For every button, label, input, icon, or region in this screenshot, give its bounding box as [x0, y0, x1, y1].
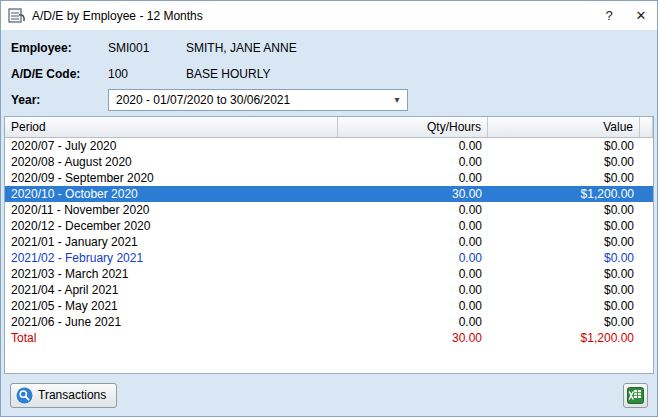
total-value: $1,200.00 [488, 330, 640, 346]
period-cell: 2021/06 - June 2021 [5, 314, 338, 330]
dialog-window: A/D/E by Employee - 12 Months ? ✕ Employ… [0, 0, 658, 417]
qty-cell: 0.00 [338, 154, 488, 170]
year-label: Year: [11, 93, 108, 107]
ade-code-row: A/D/E Code: 100 BASE HOURLY [11, 64, 647, 84]
ade-code: 100 [108, 67, 186, 81]
qty-cell: 0.00 [338, 202, 488, 218]
chevron-down-icon: ▾ [390, 95, 404, 105]
table-row[interactable]: 2021/06 - June 20210.00$0.00 [5, 314, 653, 330]
table-total-row: Total 30.00 $1,200.00 [5, 330, 653, 346]
qty-cell: 0.00 [338, 138, 488, 154]
qty-cell: 0.00 [338, 266, 488, 282]
value-cell: $0.00 [488, 170, 640, 186]
row-spacer [640, 266, 653, 282]
qty-cell: 0.00 [338, 170, 488, 186]
transactions-button[interactable]: Transactions [10, 383, 117, 408]
period-cell: 2020/08 - August 2020 [5, 154, 338, 170]
row-spacer [640, 186, 653, 202]
row-spacer [640, 154, 653, 170]
employee-label: Employee: [11, 41, 108, 55]
header-panel: Employee: SMI001 SMITH, JANE ANNE A/D/E … [1, 30, 657, 116]
row-spacer [640, 250, 653, 266]
employee-row: Employee: SMI001 SMITH, JANE ANNE [11, 38, 647, 58]
grid-header: Period Qty/Hours Value [5, 117, 653, 138]
row-spacer [640, 330, 653, 346]
value-cell: $0.00 [488, 218, 640, 234]
row-spacer [640, 314, 653, 330]
excel-icon [627, 387, 644, 404]
qty-cell: 0.00 [338, 282, 488, 298]
export-excel-button[interactable] [623, 383, 648, 408]
ade-code-label: A/D/E Code: [11, 67, 108, 81]
periods-grid: Period Qty/Hours Value 2020/07 - July 20… [4, 116, 654, 374]
window-title: A/D/E by Employee - 12 Months [32, 9, 593, 23]
row-spacer [640, 298, 653, 314]
row-spacer [640, 282, 653, 298]
row-spacer [640, 138, 653, 154]
value-cell: $0.00 [488, 282, 640, 298]
period-cell: 2020/12 - December 2020 [5, 218, 338, 234]
table-row[interactable]: 2020/11 - November 20200.00$0.00 [5, 202, 653, 218]
period-cell: 2020/11 - November 2020 [5, 202, 338, 218]
period-cell: 2021/02 - February 2021 [5, 250, 338, 266]
period-cell: 2020/07 - July 2020 [5, 138, 338, 154]
value-cell: $0.00 [488, 298, 640, 314]
grid-empty-area [5, 346, 653, 373]
value-cell: $1,200.00 [488, 186, 640, 202]
table-row[interactable]: 2020/08 - August 20200.00$0.00 [5, 154, 653, 170]
value-cell: $0.00 [488, 234, 640, 250]
period-cell: 2021/01 - January 2021 [5, 234, 338, 250]
table-row[interactable]: 2021/03 - March 20210.00$0.00 [5, 266, 653, 282]
transactions-button-label: Transactions [38, 388, 106, 402]
value-cell: $0.00 [488, 314, 640, 330]
table-row[interactable]: 2020/07 - July 20200.00$0.00 [5, 138, 653, 154]
app-icon [8, 7, 26, 24]
value-cell: $0.00 [488, 154, 640, 170]
value-cell: $0.00 [488, 266, 640, 282]
qty-cell: 0.00 [338, 250, 488, 266]
table-row[interactable]: 2020/12 - December 20200.00$0.00 [5, 218, 653, 234]
row-spacer [640, 234, 653, 250]
column-header-period[interactable]: Period [5, 117, 338, 137]
qty-cell: 0.00 [338, 218, 488, 234]
value-cell: $0.00 [488, 138, 640, 154]
employee-name: SMITH, JANE ANNE [186, 41, 297, 55]
title-bar: A/D/E by Employee - 12 Months ? ✕ [1, 1, 657, 30]
header-spacer [640, 117, 653, 137]
grid-body: 2020/07 - July 20200.00$0.002020/08 - Au… [5, 138, 653, 330]
period-cell: 2020/10 - October 2020 [5, 186, 338, 202]
year-row: Year: 2020 - 01/07/2020 to 30/06/2021 ▾ [11, 90, 647, 110]
table-row[interactable]: 2021/02 - February 20210.00$0.00 [5, 250, 653, 266]
qty-cell: 0.00 [338, 234, 488, 250]
year-select[interactable]: 2020 - 01/07/2020 to 30/06/2021 ▾ [108, 89, 408, 111]
total-qty: 30.00 [338, 330, 488, 346]
year-select-value: 2020 - 01/07/2020 to 30/06/2021 [116, 93, 390, 107]
period-cell: 2020/09 - September 2020 [5, 170, 338, 186]
table-row[interactable]: 2020/10 - October 202030.00$1,200.00 [5, 186, 653, 202]
period-cell: 2021/03 - March 2021 [5, 266, 338, 282]
employee-code: SMI001 [108, 41, 186, 55]
value-cell: $0.00 [488, 202, 640, 218]
column-header-qty[interactable]: Qty/Hours [338, 117, 488, 137]
table-row[interactable]: 2021/01 - January 20210.00$0.00 [5, 234, 653, 250]
row-spacer [640, 202, 653, 218]
ade-name: BASE HOURLY [186, 67, 270, 81]
column-header-value[interactable]: Value [488, 117, 640, 137]
footer-bar: Transactions [1, 374, 657, 416]
close-button[interactable]: ✕ [625, 1, 657, 30]
magnifier-icon [16, 387, 33, 404]
qty-cell: 0.00 [338, 314, 488, 330]
period-cell: 2021/04 - April 2021 [5, 282, 338, 298]
period-cell: 2021/05 - May 2021 [5, 298, 338, 314]
row-spacer [640, 170, 653, 186]
qty-cell: 0.00 [338, 298, 488, 314]
table-row[interactable]: 2020/09 - September 20200.00$0.00 [5, 170, 653, 186]
value-cell: $0.00 [488, 250, 640, 266]
row-spacer [640, 218, 653, 234]
help-button[interactable]: ? [593, 1, 625, 30]
table-row[interactable]: 2021/04 - April 20210.00$0.00 [5, 282, 653, 298]
total-label: Total [5, 330, 338, 346]
table-row[interactable]: 2021/05 - May 20210.00$0.00 [5, 298, 653, 314]
qty-cell: 30.00 [338, 186, 488, 202]
